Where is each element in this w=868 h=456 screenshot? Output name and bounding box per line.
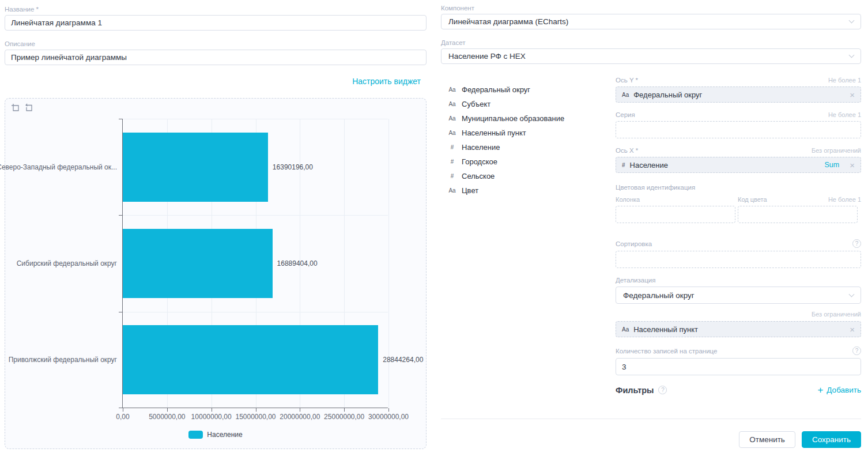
field-name: Населенный пункт [462,129,526,137]
help-icon[interactable]: ? [852,239,861,248]
help-icon[interactable]: ? [658,386,667,394]
field-name: Городское [462,157,497,166]
dataset-field[interactable]: #Сельское [448,169,616,183]
plus-icon: + [817,385,823,395]
field-name: Федеральный округ [462,85,530,94]
x-axis-tick [256,408,256,412]
category-label: Приволжский федеральный округ [9,355,117,364]
aggregation-badge[interactable]: Sum [825,161,840,169]
dataset-field[interactable]: #Население [448,140,616,154]
close-icon[interactable]: × [850,161,855,169]
restore-icon[interactable] [24,103,33,112]
field-type-icon: Aa [448,130,456,136]
y-axis-tick [119,119,122,119]
close-icon[interactable]: × [850,325,855,334]
y-axis-label: Ось Y * [616,77,638,84]
dataset-field[interactable]: AaСубъект [448,97,616,111]
widget-editor: Название * Описание Настроить виджет [0,0,868,456]
field-type-icon: # [448,173,456,179]
sorting-drop-slot[interactable] [616,251,861,268]
page-size-input[interactable] [616,358,861,375]
name-input[interactable] [5,15,427,31]
left-column: Название * Описание Настроить виджет [5,6,427,453]
series-limit: Не более 1 [828,111,861,118]
series-label: Серия [616,111,635,118]
field-type-icon: Aa [448,115,456,122]
dataset-select[interactable]: Население РФ с HEX [441,48,861,64]
field-type-icon: Aa [622,326,629,333]
save-button[interactable]: Сохранить [802,431,861,448]
config-column: Ось Y * Не более 1 Aa Федеральный округ … [616,77,861,395]
x-axis-tick [167,408,168,412]
field-type-icon: # [448,159,456,165]
field-type-icon: Aa [448,101,456,107]
field-type-icon: Aa [448,86,456,93]
filters-label: Фильтры [616,386,654,395]
field-type-icon: Aa [622,92,629,98]
bar-value-label: 16889404,00 [277,259,318,268]
help-icon[interactable]: ? [852,346,861,355]
dataset-field[interactable]: AaЦвет [448,183,616,198]
cancel-button[interactable]: Отменить [739,431,795,448]
category-label: Северо-Западный федеральный ок... [0,163,117,172]
field-name: Муниципальное образование [462,114,564,123]
x-axis-limit: Без ограничений [812,147,861,154]
x-axis-tick [212,408,212,412]
component-select[interactable]: Линейчатая диаграмма (ECharts) [441,14,861,29]
field-type-icon: Aa [448,187,456,194]
chart-bar[interactable] [123,325,378,394]
detail-limit: Без ограничений [812,311,861,318]
dataset-field[interactable]: AaФедеральный округ [448,82,616,97]
y-axis-tick [119,312,122,312]
description-label: Описание [5,40,427,47]
filters-section: Фильтры ? + Добавить [616,385,861,395]
detail-chip[interactable]: Aa Населенный пункт × [616,321,861,337]
color-identification-limit: Не более 1 [828,196,861,203]
dataset-value: Население РФ с HEX [448,52,526,61]
field-name: Цвет [462,186,478,195]
field-type-icon: # [448,144,456,150]
color-code-slot[interactable] [738,206,858,223]
bar-value-label: 28844264,00 [383,355,423,364]
datazoom-icon[interactable] [11,103,20,112]
x-tick-label: 10000000,00 [191,413,232,421]
sorting-section: Сортировка ? [616,239,861,268]
add-filter-button[interactable]: + Добавить [817,385,861,395]
detail-value: Федеральный округ [623,291,695,300]
dataset-field[interactable]: AaНаселенный пункт [448,126,616,140]
name-label: Название * [5,6,427,13]
chevron-down-icon [849,18,855,24]
description-input[interactable] [5,50,427,65]
chart-bar[interactable] [123,229,273,298]
bar-value-label: 16390196,00 [273,163,313,172]
detail-select[interactable]: Федеральный округ [616,287,861,304]
y-axis-tick [119,215,122,216]
y-axis-section: Ось Y * Не более 1 Aa Федеральный округ … [616,77,861,103]
y-axis-chip[interactable]: Aa Федеральный округ × [616,86,861,103]
chart-bar[interactable] [123,133,268,202]
component-label: Компонент [441,5,861,12]
x-axis-tick [123,408,123,412]
configure-widget-link[interactable]: Настроить виджет [352,77,421,86]
dataset-field[interactable]: #Городское [448,154,616,169]
x-axis-tick [300,408,300,412]
color-column-slot[interactable] [616,206,735,223]
x-axis-label: Ось X * [616,147,638,154]
detail-section: Детализация Федеральный округ Без ограни… [616,277,861,337]
chart-legend[interactable]: Население [5,431,426,439]
field-name: Сельское [462,172,495,180]
x-axis-chip[interactable]: # Население Sum × [616,157,861,173]
bar-chart: 0,005000000,0010000000,0015000000,002000… [122,119,388,408]
series-drop-slot[interactable] [616,121,861,138]
color-column-label: Колонка [616,196,738,203]
color-identification-section: Цветовая идентификация Колонка Код цвета… [616,182,861,223]
dataset-field[interactable]: AaМуниципальное образование [448,111,616,126]
component-value: Линейчатая диаграмма (ECharts) [448,17,568,26]
x-axis-tick [344,408,345,412]
chart-toolbox [11,103,33,112]
legend-swatch [188,431,203,439]
name-group: Название * [5,6,427,31]
dataset-label: Датасет [441,39,861,46]
close-icon[interactable]: × [850,91,855,99]
component-group: Компонент Линейчатая диаграмма (ECharts) [441,5,861,29]
